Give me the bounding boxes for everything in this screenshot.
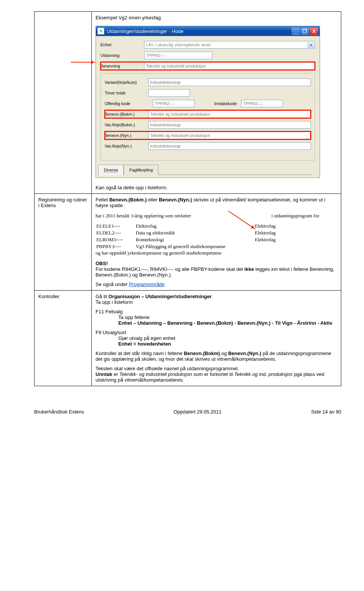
enhet-dropdown[interactable]: LAV, Laksevåg videregående skole ▾ <box>144 41 315 49</box>
varlinje-bokm-input[interactable] <box>148 121 311 129</box>
benevn-bokm-label: Benevn.(Bokm.) <box>105 112 148 116</box>
footer-center: Oppdatert 29.05.2011 <box>174 409 222 415</box>
obs-text: For kodene R94GK1----, R94VKI---- og all… <box>96 266 337 278</box>
programomrade-link[interactable]: Programområde <box>129 281 165 287</box>
tekst1: Teksten skal være det offisielle navnet … <box>96 366 337 371</box>
tab-diverse[interactable]: Diverse <box>98 165 124 175</box>
benevn-nyn-input[interactable] <box>148 132 311 139</box>
maximize-button[interactable]: ❐ <box>301 27 309 35</box>
row2-intro: Feltet Benevn.(Bokm.) eller Benevn.(Nyn.… <box>96 197 337 208</box>
offkode-label: Offentlig kode <box>105 101 148 106</box>
variant-label: Variant(linje/kurs) <box>105 80 148 85</box>
f9-sub: Gjør utvalg på egen enhet <box>118 335 337 341</box>
list-note: Kan også ta dette opp i listeform. <box>96 185 337 190</box>
f11-fields: Enhet – Utdanning – Benevning - Benevn.(… <box>118 320 337 326</box>
footer-right: Side 14 av 90 <box>311 409 341 415</box>
variant-input[interactable] <box>148 79 311 86</box>
inntak-label: Inntakskode <box>214 101 237 106</box>
goto-line: Gå til Organisasjon – Utdanninger/studie… <box>96 294 337 299</box>
window-titlebar: ✎ Utdanninger/studieretninger - Hode _ ❐… <box>96 26 320 36</box>
varlinje-bokm-label: Var./linje(Bokm.) <box>105 123 148 127</box>
f11-heading: F11 Feltvalg <box>96 309 337 314</box>
screenshot-window: ✎ Utdanninger/studieretninger - Hode _ ❐… <box>96 26 320 178</box>
footer-left: Brukerhåndbok Extens <box>34 409 84 415</box>
utdanning-label: Utdanning <box>100 53 144 58</box>
excerpt-top-left: har i 2011 bestått 3-årig opplæring som … <box>96 213 191 219</box>
benevning-label: Benevning <box>100 64 144 68</box>
window-title: Utdanninger/studieretninger - Hode <box>107 28 292 34</box>
timer-input[interactable] <box>148 89 190 97</box>
inntak-input[interactable] <box>241 100 283 107</box>
see-also: Se også under Programområde <box>96 281 337 287</box>
row3-label: Kontroller <box>35 291 92 386</box>
obs-label: OBS! <box>96 261 337 266</box>
excerpt-row: ELROM3---- Romteknologi Elektrofag <box>96 236 319 243</box>
timer-label: Timer totalt <box>105 91 148 95</box>
page-footer: Brukerhåndbok Extens Oppdatert 29.05.201… <box>34 409 341 415</box>
excerpt-top-right: i utdanningsprogram for <box>271 213 319 219</box>
f11-sub: Ta opp feltene: <box>118 314 337 320</box>
offkode-input[interactable] <box>153 100 195 107</box>
close-button[interactable]: X <box>310 27 318 35</box>
excerpt-bottom: og har oppnådd yrkeskompetanse og genere… <box>96 250 319 256</box>
varlinje-nyn-input[interactable] <box>148 142 311 150</box>
tab-fagtilkopling[interactable]: Fagtilkopling <box>124 165 158 175</box>
f9-heading: F9 Utvalg/sort <box>96 330 337 335</box>
section-heading: Eksempel Vg2 innen yrkesfag <box>96 15 337 20</box>
benevn-bokm-input[interactable] <box>148 110 311 118</box>
minimize-button[interactable]: _ <box>292 27 300 35</box>
kontroller-text: Kontroller at det står riktig navn i fel… <box>96 351 337 362</box>
excerpt-block: har i 2011 bestått 3-årig opplæring som … <box>96 213 319 256</box>
red-arrow-icon <box>71 62 95 63</box>
row2-label: Registrering og rutiner i Extens <box>35 194 92 291</box>
benevning-input[interactable] <box>144 62 315 70</box>
excerpt-row: ELELE1---- Elektrofag Elektrofag <box>96 223 319 229</box>
groupbox: Variant(linje/kurs) Timer totalt Offentl… <box>100 73 315 160</box>
excerpt-row: PBPBY3---- Vg3 Påbygging til generell st… <box>96 243 319 250</box>
utdanning-input[interactable] <box>144 52 212 59</box>
varlinje-nyn-label: Var./linje(Nyn.) <box>105 144 148 148</box>
app-icon: ✎ <box>97 28 104 35</box>
f9-rule: Enhet = hovedenheten <box>118 341 337 347</box>
chevron-down-icon: ▾ <box>308 42 314 48</box>
enhet-label: Enhet <box>100 42 144 47</box>
excerpt-row: ELDEL2---- Data og elektronikk Elektrofa… <box>96 229 319 236</box>
unntak: Unntak er Teknikk- og industriell produk… <box>96 371 337 383</box>
goto-sub: Ta opp i listeform <box>96 299 337 305</box>
benevn-nyn-label: Benevn.(Nyn.) <box>105 133 148 138</box>
